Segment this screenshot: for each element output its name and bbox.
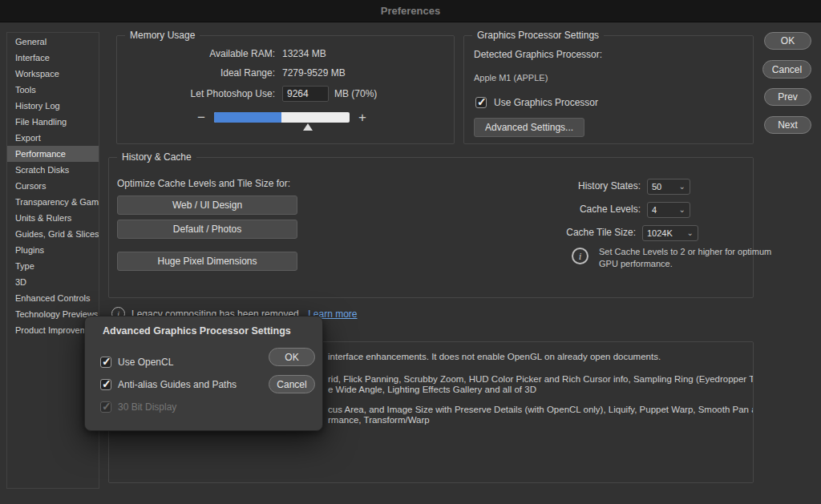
window-title: Preferences: [381, 5, 440, 17]
graphics-processor-section: Graphics Processor Settings Detected Gra…: [463, 35, 754, 144]
available-ram-label: Available RAM:: [117, 48, 275, 59]
history-states-dropdown[interactable]: 50: [647, 179, 690, 195]
ideal-range-label: Ideal Range:: [117, 67, 275, 79]
sidebar-item-performance[interactable]: Performance: [7, 146, 99, 162]
sidebar-item-plugins[interactable]: Plugins: [7, 242, 99, 258]
description-line: interface enhancements. It does not enab…: [328, 352, 661, 361]
preset-default-photos-button[interactable]: Default / Photos: [117, 220, 297, 239]
let-photoshop-use-input[interactable]: [282, 86, 329, 102]
history-cache-section: History & Cache Optimize Cache Levels an…: [108, 157, 754, 298]
memory-usage-section: Memory Usage Available RAM: 13234 MB Ide…: [116, 35, 455, 144]
advanced-gpu-dialog: Advanced Graphics Processor Settings Use…: [84, 316, 323, 431]
use-graphics-processor-checkbox[interactable]: [475, 97, 487, 108]
memory-slider-row: − +: [197, 111, 366, 124]
let-photoshop-use-suffix: MB (70%): [334, 88, 377, 99]
sidebar-item-general[interactable]: General: [7, 34, 99, 50]
preferences-window: Preferences General Interface Workspace …: [0, 0, 821, 504]
prev-button[interactable]: Prev: [764, 88, 811, 106]
dialog-ok-button[interactable]: OK: [269, 348, 315, 366]
history-states-value: 50: [652, 182, 661, 192]
description-line: rid, Flick Panning, Scrubby Zoom, HUD Co…: [328, 374, 754, 384]
sidebar-item-export[interactable]: Export: [7, 130, 99, 146]
cache-tile-size-dropdown[interactable]: 1024K: [642, 225, 698, 241]
cache-tile-size-label: Cache Tile Size:: [435, 227, 636, 238]
preset-web-ui-design-button[interactable]: Web / UI Design: [117, 196, 297, 215]
memory-slider-thumb[interactable]: [303, 123, 313, 131]
slider-plus-button[interactable]: +: [358, 111, 366, 124]
sidebar-item-guides-grid-slices[interactable]: Guides, Grid & Slices: [7, 226, 99, 242]
memory-usage-title: Memory Usage: [125, 30, 200, 41]
history-cache-title: History & Cache: [117, 151, 196, 163]
info-icon: i: [572, 248, 588, 264]
cache-levels-dropdown[interactable]: 4: [647, 202, 690, 218]
cache-tile-size-value: 1024K: [647, 228, 673, 238]
memory-slider-fill: [214, 112, 282, 123]
memory-slider-track[interactable]: [214, 112, 350, 123]
cache-levels-label: Cache Levels:: [440, 204, 641, 215]
anti-alias-guides-checkbox[interactable]: [100, 379, 111, 390]
dialog-cancel-button[interactable]: Cancel: [269, 375, 315, 393]
preset-huge-pixel-dimensions-button[interactable]: Huge Pixel Dimensions: [117, 252, 297, 271]
sidebar-item-history-log[interactable]: History Log: [7, 98, 99, 114]
sidebar-item-tools[interactable]: Tools: [7, 82, 99, 98]
description-line: cus Area, and Image Size with Preserve D…: [328, 405, 754, 414]
history-states-label: History States:: [440, 180, 641, 192]
detected-gpu-value: Apple M1 (APPLE): [474, 73, 548, 83]
optimize-cache-label: Optimize Cache Levels and Tile Size for:: [117, 178, 290, 189]
ideal-range-value: 7279-9529 MB: [282, 67, 346, 79]
graphics-processor-title: Graphics Processor Settings: [472, 30, 604, 41]
sidebar-item-type[interactable]: Type: [7, 258, 99, 274]
chevron-down-icon: [684, 229, 694, 237]
slider-minus-button[interactable]: −: [197, 111, 205, 124]
ideal-range-row: Ideal Range: 7279-9529 MB: [117, 67, 346, 79]
sidebar-item-3d[interactable]: 3D: [7, 274, 99, 290]
chevron-down-icon: [676, 183, 686, 191]
available-ram-row: Available RAM: 13234 MB: [117, 48, 326, 59]
advanced-settings-button[interactable]: Advanced Settings...: [474, 118, 584, 137]
anti-alias-guides-label: Anti-alias Guides and Paths: [118, 379, 237, 390]
sidebar-item-workspace[interactable]: Workspace: [7, 66, 99, 82]
let-photoshop-use-row: Let Photoshop Use: MB (70%): [117, 86, 377, 102]
chevron-down-icon: [676, 206, 686, 214]
sidebar-item-scratch-disks[interactable]: Scratch Disks: [7, 162, 99, 178]
thirty-bit-display-label: 30 Bit Display: [118, 401, 176, 413]
thirty-bit-display-checkbox: [100, 401, 111, 413]
sidebar-item-enhanced-controls[interactable]: Enhanced Controls: [7, 290, 99, 306]
ok-button[interactable]: OK: [764, 32, 811, 50]
thirty-bit-display-row: 30 Bit Display: [100, 401, 176, 413]
let-photoshop-use-label: Let Photoshop Use:: [117, 88, 275, 99]
cache-levels-value: 4: [652, 205, 657, 215]
title-bar: Preferences: [0, 0, 821, 22]
gpu-tip-text: Set Cache Levels to 2 or higher for opti…: [599, 246, 772, 271]
available-ram-value: 13234 MB: [282, 48, 326, 59]
advanced-gpu-dialog-title: Advanced Graphics Processor Settings: [103, 325, 291, 337]
anti-alias-guides-row: Anti-alias Guides and Paths: [100, 379, 237, 390]
sidebar-item-cursors[interactable]: Cursors: [7, 178, 99, 194]
use-opencl-label: Use OpenCL: [118, 357, 173, 368]
use-opencl-row: Use OpenCL: [100, 357, 173, 368]
use-graphics-processor-row: Use Graphics Processor: [475, 97, 598, 108]
use-graphics-processor-label: Use Graphics Processor: [494, 97, 598, 108]
use-opencl-checkbox[interactable]: [100, 357, 111, 368]
sidebar-item-interface[interactable]: Interface: [7, 50, 99, 66]
detected-gpu-label: Detected Graphics Processor:: [474, 49, 602, 60]
next-button[interactable]: Next: [764, 116, 811, 134]
description-line: rmance, Transform/Warp: [328, 415, 430, 425]
sidebar-item-file-handling[interactable]: File Handling: [7, 114, 99, 130]
sidebar-item-transparency-gamut[interactable]: Transparency & Gamut: [7, 194, 99, 210]
description-line: e Wide Angle, Lighting Effects Gallery a…: [328, 385, 536, 394]
cancel-button[interactable]: Cancel: [762, 60, 811, 79]
sidebar-item-units-rulers[interactable]: Units & Rulers: [7, 210, 99, 226]
